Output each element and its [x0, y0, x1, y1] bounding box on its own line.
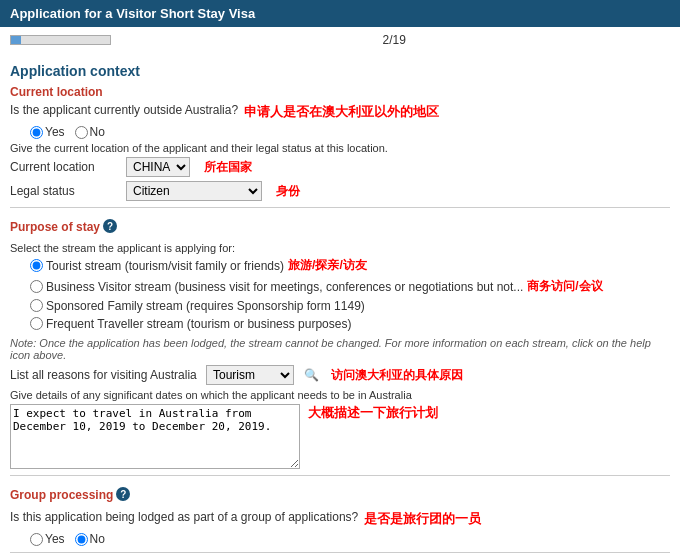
purpose-select-label: Select the stream the applicant is apply…	[10, 242, 670, 254]
stream-note: Note: Once the application has been lodg…	[10, 337, 670, 361]
outside-australia-label: Is the applicant currently outside Austr…	[10, 103, 238, 117]
sponsored-stream-label[interactable]: Sponsored Family stream (requires Sponso…	[30, 299, 365, 313]
outside-yes-label[interactable]: Yes	[30, 125, 65, 139]
frequent-radio[interactable]	[30, 317, 43, 330]
sponsored-stream-text: Sponsored Family stream (requires Sponso…	[46, 299, 365, 313]
status-select[interactable]: Citizen Permanent Resident Temporary Res…	[126, 181, 262, 201]
tourist-stream-label[interactable]: Tourist stream (tourism/visit family or …	[30, 259, 284, 273]
dates-area-row: I expect to travel in Australia from Dec…	[10, 404, 670, 469]
group-processing-section: Group processing ? Is this application b…	[10, 482, 670, 546]
tourist-annotation: 旅游/探亲/访友	[288, 257, 367, 274]
purpose-of-stay-section: Purpose of stay ? Select the stream the …	[10, 214, 670, 469]
group-question-text: Is this application being lodged as part…	[10, 510, 358, 524]
list-reasons-row: List all reasons for visiting Australia …	[10, 365, 670, 385]
group-annotation: 是否是旅行团的一员	[364, 510, 481, 528]
title-text: Application for a Visitor Short Stay Vis…	[10, 6, 255, 21]
group-no-text: No	[90, 532, 105, 546]
outside-no-label[interactable]: No	[75, 125, 105, 139]
section-application-context: Application context	[10, 63, 670, 79]
location-annotation: 所在国家	[204, 159, 252, 176]
group-question-row: Is this application being lodged as part…	[10, 510, 670, 528]
group-radio-group: Yes No	[30, 532, 670, 546]
stream-options: Tourist stream (tourism/visit family or …	[30, 257, 670, 333]
business-stream-label[interactable]: Business Visitor stream (business visit …	[30, 280, 523, 294]
location-select[interactable]: CHINA Other	[126, 157, 190, 177]
outside-no-text: No	[90, 125, 105, 139]
tourist-stream-text: Tourist stream (tourism/visit family or …	[46, 259, 284, 273]
tourist-stream-row: Tourist stream (tourism/visit family or …	[30, 257, 670, 274]
divider-1	[10, 207, 670, 208]
frequent-stream-text: Frequent Traveller stream (tourism or bu…	[46, 317, 351, 331]
divider-2	[10, 475, 670, 476]
purpose-title: Purpose of stay	[10, 220, 100, 234]
group-yes-radio[interactable]	[30, 533, 43, 546]
group-processing-title: Group processing	[10, 488, 113, 502]
status-field-label: Legal status	[10, 184, 120, 198]
tourist-radio[interactable]	[30, 259, 43, 272]
dates-label: Give details of any significant dates on…	[10, 389, 670, 401]
business-annotation: 商务访问/会议	[527, 278, 602, 295]
purpose-help-icon[interactable]: ?	[103, 219, 117, 233]
outside-no-radio[interactable]	[75, 126, 88, 139]
outside-australia-question: Is the applicant currently outside Austr…	[10, 103, 670, 121]
reasons-select[interactable]: Tourism Business Family Visit	[206, 365, 294, 385]
current-location-title: Current location	[10, 85, 670, 99]
business-stream-text: Business Visitor stream (business visit …	[46, 280, 523, 294]
legal-status-field-row: Legal status Citizen Permanent Resident …	[10, 181, 670, 201]
dates-annotation: 大概描述一下旅行计划	[308, 404, 438, 422]
group-yes-label[interactable]: Yes	[30, 532, 65, 546]
current-location-field-row: Current location CHINA Other 所在国家	[10, 157, 670, 177]
title-bar: Application for a Visitor Short Stay Vis…	[0, 0, 680, 27]
group-help-icon[interactable]: ?	[116, 487, 130, 501]
current-location-section: Current location Is the applicant curren…	[10, 85, 670, 201]
frequent-stream-label[interactable]: Frequent Traveller stream (tourism or bu…	[30, 317, 351, 331]
group-yes-text: Yes	[45, 532, 65, 546]
progress-bar-track	[10, 35, 111, 45]
location-field-label: Current location	[10, 160, 120, 174]
business-radio[interactable]	[30, 280, 43, 293]
page-number: 2/19	[119, 33, 670, 47]
progress-bar-fill	[11, 36, 21, 44]
frequent-stream-row: Frequent Traveller stream (tourism or bu…	[30, 317, 670, 331]
reasons-annotation: 访问澳大利亚的具体原因	[331, 367, 463, 384]
group-no-label[interactable]: No	[75, 532, 105, 546]
outside-australia-radio-group: Yes No	[30, 125, 670, 139]
reason-icon[interactable]: 🔍	[304, 368, 319, 382]
main-content: Application context Current location Is …	[0, 53, 680, 553]
list-reasons-label: List all reasons for visiting Australia	[10, 368, 200, 382]
dates-textarea[interactable]: I expect to travel in Australia from Dec…	[10, 404, 300, 469]
status-annotation: 身份	[276, 183, 300, 200]
location-description: Give the current location of the applica…	[10, 142, 670, 154]
outside-australia-annotation: 申请人是否在澳大利亚以外的地区	[244, 103, 439, 121]
group-no-radio[interactable]	[75, 533, 88, 546]
progress-bar-container: 2/19	[0, 27, 680, 53]
business-stream-row: Business Visitor stream (business visit …	[30, 278, 670, 295]
sponsored-radio[interactable]	[30, 299, 43, 312]
outside-yes-text: Yes	[45, 125, 65, 139]
outside-yes-radio[interactable]	[30, 126, 43, 139]
sponsored-stream-row: Sponsored Family stream (requires Sponso…	[30, 299, 670, 313]
